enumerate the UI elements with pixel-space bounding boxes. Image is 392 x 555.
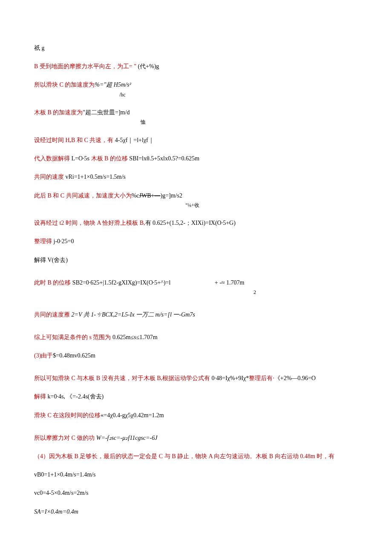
text-line: 整理得 j-0·25=0 bbox=[34, 236, 358, 247]
text-red: 此时 B 的位移 bbox=[34, 279, 72, 286]
text-line: vc0=4-5×0.4m/s=2m/s bbox=[34, 488, 358, 498]
text: 有 0.625+(1.5,2-；XIXi)=IX(O·5+G) bbox=[145, 220, 236, 226]
text: %c bbox=[132, 192, 139, 199]
text-red: 共同的速度雁 bbox=[34, 311, 72, 318]
text: vc0=4-5×0.4m/s=2m/s bbox=[34, 490, 89, 496]
text-red: （4）因为木板 B 足够长，最后的状态一定会是 C 与 B 静止，物块 A 向左… bbox=[34, 453, 334, 459]
text: 0.625m≤s≤1.707m bbox=[112, 334, 158, 340]
text-strike: JWB+— bbox=[139, 192, 161, 199]
text-red: 木板 B 的位移 bbox=[91, 155, 130, 162]
text: (代+%)g bbox=[138, 63, 159, 70]
text-line: 所以滑块 C 的加速度为%="超 H5m/s² /hc bbox=[34, 79, 358, 99]
text: )g=]m/s2 bbox=[160, 192, 182, 199]
text: L=O·5s bbox=[72, 155, 91, 162]
fraction-denom: 2 bbox=[254, 288, 358, 297]
text-line: 所以摩擦力对 C 做的功 W=-f₂sc=-μ₂f11cgsc=-6J bbox=[34, 433, 358, 443]
text-line: 设经过时间 H,B 和 C 共速，有 4-5χf｜=l+lχf｜ bbox=[34, 135, 358, 145]
text-line: (3)由于$=0.48mv0.625m bbox=[34, 350, 358, 361]
text: SB2=0·625+|1.5f2-gXIXg)=IX(O·5+^)=l bbox=[72, 279, 170, 286]
subscript-note: /hc bbox=[119, 90, 358, 100]
text: 4-5χf｜=l+lχf｜ bbox=[115, 137, 154, 143]
text: 《+2%—0.96=O bbox=[274, 375, 316, 381]
text: W=-f₂sc=-μ₂f11cgsc=-6J bbox=[96, 435, 158, 441]
text-line: 共同的速度雁 2=V 共 1-ㄘBCX,2=L5-Ix 一万二 m/s=[l 一… bbox=[34, 309, 358, 320]
text-line: 代入数据解得 L=O·5s 木板 B 的位移 SBI=lxθ.5+5xlx0.5… bbox=[34, 153, 358, 164]
text-line: 祇 g bbox=[34, 43, 358, 53]
text-red: 解得 bbox=[34, 393, 48, 400]
text: 2=V 共 1-ㄘBCX,2=L5-Ix 一万二 m/s=[l 一-Gm7s bbox=[72, 311, 195, 318]
text-line: 共同的速度 vRi=1+1×0.5m/s=1.5m/s bbox=[34, 171, 358, 182]
text: $=0.48mv0.625m bbox=[53, 352, 95, 359]
text-line: 滑块 C 在这段时间的位移«=4χ0.4-gχ5χ0.42m=1.2m bbox=[34, 410, 358, 421]
text-line: 所以可知滑块 C 与木板 B 没有共速，对于木板 B,根据运动学公式有 0·48… bbox=[34, 373, 358, 384]
text: k=0·4s, bbox=[48, 393, 67, 400]
text: 祇 g bbox=[34, 45, 45, 51]
text: 0·48=Iχ%+9Iχ* bbox=[212, 375, 249, 381]
text-line: 此后 B 和 C 共同减速，加速度大小为%cJWB+—)g=]m/s2 "⅛+收 bbox=[34, 190, 358, 210]
text-line: 此时 B 的位移 SB2=0·625+|1.5f2-gXIXg)=IX(O·5+… bbox=[34, 277, 358, 297]
text-red: (3)由于 bbox=[34, 352, 53, 359]
text: SA=I×0.4m=0.4m bbox=[34, 509, 78, 515]
text-red: 所以摩擦力对 C 做的功 bbox=[34, 435, 96, 441]
text-red: 共同的速度 bbox=[34, 174, 66, 180]
text-red: 综上可知满足条件的 s 范围为 bbox=[34, 334, 112, 340]
text-red: 设经过时间 H,B 和 C 共速，有 bbox=[34, 137, 115, 143]
text-red: 整理得 bbox=[34, 238, 54, 244]
text: «=4χ0.4-gχ5χ0.42m=1.2m bbox=[101, 412, 164, 418]
text: j-0·25=0 bbox=[54, 238, 74, 244]
text-red: 滑块 C 在这段时间的位移 bbox=[34, 412, 101, 418]
text-line: 解得 k=0·4s, 《=-2.4s(舍去) bbox=[34, 391, 358, 402]
text: 《=-2.4s(舍去) bbox=[66, 393, 104, 400]
text: 解得 V(舍去) bbox=[34, 257, 68, 263]
text-red: 所以可知滑块 C 与木板 B 没有共速，对于木板 B,根据运动学公式有 bbox=[34, 375, 212, 381]
text-line: （4）因为木板 B 足够长，最后的状态一定会是 C 与 B 静止，物块 A 向左… bbox=[34, 451, 358, 462]
text-line: 木板 B 的加速度为"超二虫世皿=]m/d 恤 bbox=[34, 107, 358, 127]
text-red: 设再经过 t2 时间，物块 A 恰好滑上模板 B, bbox=[34, 220, 145, 226]
text: "超二虫世皿=]m/d bbox=[83, 109, 130, 116]
text: %="超 H5m/s² bbox=[95, 81, 131, 88]
text-line: vB0=1+1×0.4m/s=1.4m/s bbox=[34, 469, 358, 480]
text-line: 综上可知满足条件的 s 范围为 0.625m≤s≤1.707m bbox=[34, 332, 358, 343]
text-red: 此后 B 和 C 共同减速，加速度大小为 bbox=[34, 192, 132, 199]
text: vRi=1+1×0.5m/s=1.5m/s bbox=[66, 174, 126, 180]
text-line: 设再经过 t2 时间，物块 A 恰好滑上模板 B,有 0.625+(1.5,2-… bbox=[34, 218, 358, 228]
text: vB0=1+1×0.4m/s=1.4m/s bbox=[34, 471, 95, 478]
text-red: 整理后有· bbox=[249, 375, 274, 381]
document-page: 祇 g B 受到地面的摩擦力水平向左，为工= " (代+%)g 所以滑块 C 的… bbox=[0, 0, 392, 550]
text-red: 代入数据解得 bbox=[34, 155, 72, 162]
text-line: 解得 V(舍去) bbox=[34, 255, 358, 265]
text-red: B 受到地面的摩擦力水平向左，为工= " bbox=[34, 63, 138, 70]
text-line: SA=I×0.4m=0.4m bbox=[34, 506, 358, 517]
text: SBI=lxθ.5+5xlx0.5?=0.625m bbox=[129, 155, 199, 162]
text-red: 所以滑块 C 的加速度为 bbox=[34, 81, 95, 88]
text-line: B 受到地面的摩擦力水平向左，为工= " (代+%)g bbox=[34, 61, 358, 72]
subscript-note: 恤 bbox=[141, 118, 358, 127]
subscript-note: "⅛+收 bbox=[185, 201, 358, 210]
text-right: + -≈ 1.707m bbox=[215, 277, 245, 288]
text-red: 木板 B 的加速度为 bbox=[34, 109, 83, 116]
